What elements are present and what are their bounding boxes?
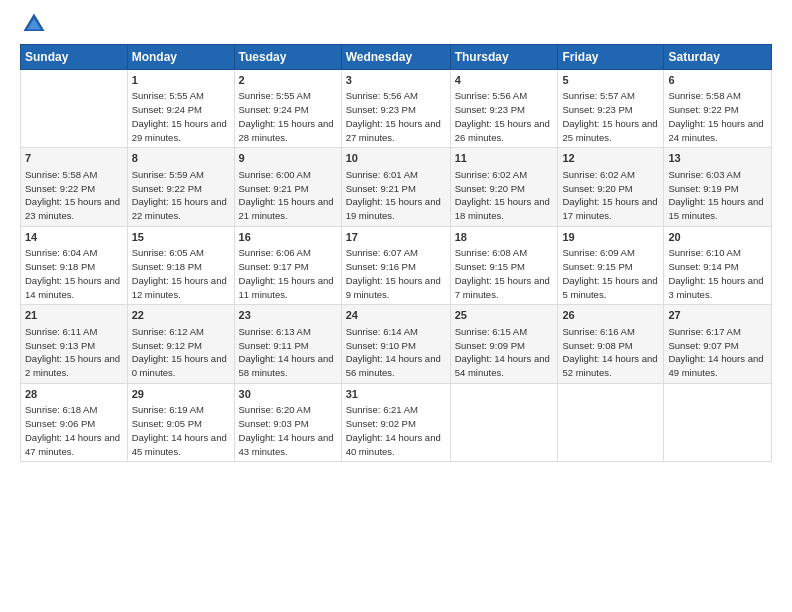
calendar-cell: 16Sunrise: 6:06 AMSunset: 9:17 PMDayligh…	[234, 226, 341, 304]
day-info: Sunrise: 6:13 AMSunset: 9:11 PMDaylight:…	[239, 325, 337, 380]
calendar-cell: 12Sunrise: 6:02 AMSunset: 9:20 PMDayligh…	[558, 148, 664, 226]
day-number: 20	[668, 230, 767, 245]
calendar-header-tuesday: Tuesday	[234, 45, 341, 70]
day-number: 28	[25, 387, 123, 402]
calendar-cell: 26Sunrise: 6:16 AMSunset: 9:08 PMDayligh…	[558, 305, 664, 383]
day-number: 4	[455, 73, 554, 88]
calendar-cell: 18Sunrise: 6:08 AMSunset: 9:15 PMDayligh…	[450, 226, 558, 304]
calendar-cell: 29Sunrise: 6:19 AMSunset: 9:05 PMDayligh…	[127, 383, 234, 461]
calendar-week-4: 21Sunrise: 6:11 AMSunset: 9:13 PMDayligh…	[21, 305, 772, 383]
calendar-cell: 24Sunrise: 6:14 AMSunset: 9:10 PMDayligh…	[341, 305, 450, 383]
day-number: 26	[562, 308, 659, 323]
day-info: Sunrise: 6:15 AMSunset: 9:09 PMDaylight:…	[455, 325, 554, 380]
calendar-cell: 6Sunrise: 5:58 AMSunset: 9:22 PMDaylight…	[664, 70, 772, 148]
calendar-cell: 27Sunrise: 6:17 AMSunset: 9:07 PMDayligh…	[664, 305, 772, 383]
day-number: 13	[668, 151, 767, 166]
calendar-cell: 20Sunrise: 6:10 AMSunset: 9:14 PMDayligh…	[664, 226, 772, 304]
day-info: Sunrise: 6:12 AMSunset: 9:12 PMDaylight:…	[132, 325, 230, 380]
calendar-cell: 9Sunrise: 6:00 AMSunset: 9:21 PMDaylight…	[234, 148, 341, 226]
day-number: 3	[346, 73, 446, 88]
day-info: Sunrise: 6:20 AMSunset: 9:03 PMDaylight:…	[239, 403, 337, 458]
day-number: 11	[455, 151, 554, 166]
day-info: Sunrise: 5:58 AMSunset: 9:22 PMDaylight:…	[25, 168, 123, 223]
day-number: 23	[239, 308, 337, 323]
day-info: Sunrise: 6:19 AMSunset: 9:05 PMDaylight:…	[132, 403, 230, 458]
logo	[20, 10, 52, 38]
day-info: Sunrise: 5:55 AMSunset: 9:24 PMDaylight:…	[239, 89, 337, 144]
calendar-cell: 10Sunrise: 6:01 AMSunset: 9:21 PMDayligh…	[341, 148, 450, 226]
day-info: Sunrise: 6:18 AMSunset: 9:06 PMDaylight:…	[25, 403, 123, 458]
day-info: Sunrise: 6:10 AMSunset: 9:14 PMDaylight:…	[668, 246, 767, 301]
calendar-week-1: 1Sunrise: 5:55 AMSunset: 9:24 PMDaylight…	[21, 70, 772, 148]
calendar-cell: 31Sunrise: 6:21 AMSunset: 9:02 PMDayligh…	[341, 383, 450, 461]
day-number: 24	[346, 308, 446, 323]
header	[20, 10, 772, 38]
day-info: Sunrise: 5:56 AMSunset: 9:23 PMDaylight:…	[455, 89, 554, 144]
day-number: 19	[562, 230, 659, 245]
calendar-week-2: 7Sunrise: 5:58 AMSunset: 9:22 PMDaylight…	[21, 148, 772, 226]
day-number: 30	[239, 387, 337, 402]
day-number: 25	[455, 308, 554, 323]
day-number: 14	[25, 230, 123, 245]
day-info: Sunrise: 6:03 AMSunset: 9:19 PMDaylight:…	[668, 168, 767, 223]
day-info: Sunrise: 6:05 AMSunset: 9:18 PMDaylight:…	[132, 246, 230, 301]
calendar-week-5: 28Sunrise: 6:18 AMSunset: 9:06 PMDayligh…	[21, 383, 772, 461]
day-number: 15	[132, 230, 230, 245]
day-number: 18	[455, 230, 554, 245]
day-info: Sunrise: 5:55 AMSunset: 9:24 PMDaylight:…	[132, 89, 230, 144]
day-info: Sunrise: 5:59 AMSunset: 9:22 PMDaylight:…	[132, 168, 230, 223]
calendar-cell: 23Sunrise: 6:13 AMSunset: 9:11 PMDayligh…	[234, 305, 341, 383]
calendar-cell: 28Sunrise: 6:18 AMSunset: 9:06 PMDayligh…	[21, 383, 128, 461]
calendar-cell: 8Sunrise: 5:59 AMSunset: 9:22 PMDaylight…	[127, 148, 234, 226]
calendar-header-row: SundayMondayTuesdayWednesdayThursdayFrid…	[21, 45, 772, 70]
calendar-cell: 11Sunrise: 6:02 AMSunset: 9:20 PMDayligh…	[450, 148, 558, 226]
calendar-cell: 21Sunrise: 6:11 AMSunset: 9:13 PMDayligh…	[21, 305, 128, 383]
day-info: Sunrise: 5:57 AMSunset: 9:23 PMDaylight:…	[562, 89, 659, 144]
calendar-cell: 1Sunrise: 5:55 AMSunset: 9:24 PMDaylight…	[127, 70, 234, 148]
calendar-cell: 5Sunrise: 5:57 AMSunset: 9:23 PMDaylight…	[558, 70, 664, 148]
day-info: Sunrise: 6:14 AMSunset: 9:10 PMDaylight:…	[346, 325, 446, 380]
day-number: 1	[132, 73, 230, 88]
calendar-table: SundayMondayTuesdayWednesdayThursdayFrid…	[20, 44, 772, 462]
day-info: Sunrise: 6:07 AMSunset: 9:16 PMDaylight:…	[346, 246, 446, 301]
calendar-cell: 3Sunrise: 5:56 AMSunset: 9:23 PMDaylight…	[341, 70, 450, 148]
calendar-header-sunday: Sunday	[21, 45, 128, 70]
calendar-week-3: 14Sunrise: 6:04 AMSunset: 9:18 PMDayligh…	[21, 226, 772, 304]
calendar-cell: 13Sunrise: 6:03 AMSunset: 9:19 PMDayligh…	[664, 148, 772, 226]
calendar-cell	[450, 383, 558, 461]
calendar-cell	[21, 70, 128, 148]
calendar-cell: 30Sunrise: 6:20 AMSunset: 9:03 PMDayligh…	[234, 383, 341, 461]
logo-icon	[20, 10, 48, 38]
day-number: 22	[132, 308, 230, 323]
day-number: 12	[562, 151, 659, 166]
calendar-cell	[664, 383, 772, 461]
calendar-cell: 14Sunrise: 6:04 AMSunset: 9:18 PMDayligh…	[21, 226, 128, 304]
day-number: 29	[132, 387, 230, 402]
day-info: Sunrise: 6:09 AMSunset: 9:15 PMDaylight:…	[562, 246, 659, 301]
day-number: 16	[239, 230, 337, 245]
day-info: Sunrise: 6:06 AMSunset: 9:17 PMDaylight:…	[239, 246, 337, 301]
day-info: Sunrise: 6:21 AMSunset: 9:02 PMDaylight:…	[346, 403, 446, 458]
day-info: Sunrise: 6:02 AMSunset: 9:20 PMDaylight:…	[455, 168, 554, 223]
calendar-cell: 19Sunrise: 6:09 AMSunset: 9:15 PMDayligh…	[558, 226, 664, 304]
calendar-cell	[558, 383, 664, 461]
day-number: 31	[346, 387, 446, 402]
day-number: 21	[25, 308, 123, 323]
calendar-cell: 15Sunrise: 6:05 AMSunset: 9:18 PMDayligh…	[127, 226, 234, 304]
day-number: 27	[668, 308, 767, 323]
calendar-header-friday: Friday	[558, 45, 664, 70]
calendar-header-thursday: Thursday	[450, 45, 558, 70]
calendar-page: SundayMondayTuesdayWednesdayThursdayFrid…	[0, 0, 792, 612]
calendar-header-saturday: Saturday	[664, 45, 772, 70]
day-info: Sunrise: 6:11 AMSunset: 9:13 PMDaylight:…	[25, 325, 123, 380]
day-number: 17	[346, 230, 446, 245]
day-info: Sunrise: 6:04 AMSunset: 9:18 PMDaylight:…	[25, 246, 123, 301]
day-info: Sunrise: 6:08 AMSunset: 9:15 PMDaylight:…	[455, 246, 554, 301]
calendar-cell: 2Sunrise: 5:55 AMSunset: 9:24 PMDaylight…	[234, 70, 341, 148]
day-info: Sunrise: 6:01 AMSunset: 9:21 PMDaylight:…	[346, 168, 446, 223]
day-info: Sunrise: 5:56 AMSunset: 9:23 PMDaylight:…	[346, 89, 446, 144]
day-number: 6	[668, 73, 767, 88]
calendar-cell: 7Sunrise: 5:58 AMSunset: 9:22 PMDaylight…	[21, 148, 128, 226]
calendar-cell: 4Sunrise: 5:56 AMSunset: 9:23 PMDaylight…	[450, 70, 558, 148]
day-number: 7	[25, 151, 123, 166]
